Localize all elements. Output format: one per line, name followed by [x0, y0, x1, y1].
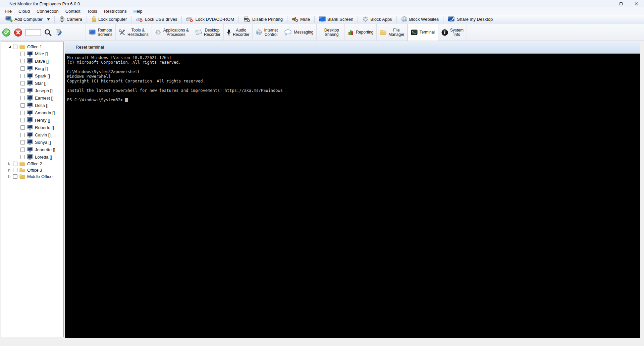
- tree-group-office-3[interactable]: Office 3: [1, 167, 63, 173]
- tab-label: DesktopRecorder: [204, 28, 220, 37]
- menu-item-cloud[interactable]: Cloud: [15, 8, 33, 14]
- toolbar-button-block-apps[interactable]: Block Apps: [360, 15, 394, 23]
- tree-item-henry[interactable]: Henry []: [1, 116, 63, 124]
- toolbar-separator: [238, 16, 239, 23]
- tree-checkbox[interactable]: [20, 140, 25, 145]
- log-button[interactable]: [55, 29, 62, 36]
- tree-checkbox[interactable]: [20, 52, 25, 56]
- toolbar-button-block-websites[interactable]: Block Websites: [398, 15, 442, 23]
- tab-internet-control[interactable]: InternetControl: [252, 24, 281, 41]
- toolbar-separator: [396, 16, 397, 23]
- toolbar-button-add-computer[interactable]: Add Computer: [3, 15, 53, 23]
- tree-group-office-1[interactable]: Office 1: [1, 44, 63, 50]
- tree-checkbox[interactable]: [20, 125, 25, 130]
- tree-item-calvin[interactable]: Calvin []: [1, 131, 63, 138]
- system-info-icon: [441, 29, 448, 36]
- tree-item-mike[interactable]: Mike []: [1, 50, 63, 57]
- tab-audio-recorder[interactable]: AudioRecorder: [223, 24, 252, 41]
- menu-item-file[interactable]: File: [1, 8, 15, 14]
- tree-item-dave[interactable]: Dave []: [1, 57, 63, 65]
- toolbar-button-disable-printing[interactable]: Disable Printing: [240, 16, 285, 23]
- terminal-line: [67, 65, 640, 69]
- tree-item-sonya[interactable]: Sonya []: [1, 138, 63, 146]
- tree-item-label: Star []: [35, 81, 47, 86]
- tab-tools-restrictions[interactable]: Tools &Restrictions: [115, 24, 152, 41]
- tree-item-amanda[interactable]: Amanda []: [1, 109, 63, 116]
- tree-item-label: Henry []: [35, 118, 50, 123]
- reset-terminal-button[interactable]: Reset terminal: [73, 44, 107, 51]
- tab-remote-screens[interactable]: RemoteScreens: [86, 24, 115, 41]
- connect-button[interactable]: [2, 28, 11, 37]
- terminal-line: Microsoft Windows [Version 10.0.22621.12…: [67, 55, 640, 60]
- tree-item-joseph[interactable]: Joseph []: [1, 87, 63, 94]
- tree-checkbox[interactable]: [20, 111, 25, 115]
- terminal-icon: [411, 30, 418, 36]
- tree-checkbox[interactable]: [13, 162, 17, 166]
- collapsed-twisty-icon[interactable]: [8, 162, 11, 166]
- tab-desktop-sharing[interactable]: DesktopSharing: [316, 24, 344, 41]
- close-button[interactable]: [629, 0, 644, 7]
- menu-item-help[interactable]: Help: [130, 8, 146, 14]
- tab-system-info[interactable]: SystemInfo: [438, 24, 467, 41]
- menu-item-restrictions[interactable]: Restrictions: [101, 8, 130, 14]
- tree-checkbox[interactable]: [20, 155, 25, 159]
- tree-checkbox[interactable]: [20, 118, 25, 122]
- collapsed-twisty-icon[interactable]: [8, 169, 11, 172]
- tree-item-jeanette[interactable]: Jeanette []: [1, 146, 63, 153]
- menu-item-connection[interactable]: Connection: [33, 8, 62, 14]
- tree-checkbox[interactable]: [20, 148, 25, 152]
- minimize-button[interactable]: [598, 0, 613, 7]
- tree-item-earnest[interactable]: Earnest []: [1, 94, 63, 102]
- tree-item-borg[interactable]: Borg []: [1, 65, 63, 72]
- tree-checkbox[interactable]: [20, 59, 25, 63]
- menu-item-context[interactable]: Context: [62, 8, 84, 14]
- toolbar-button-lock-computer[interactable]: Lock computer: [89, 15, 129, 23]
- toolbar-button-blank-screen[interactable]: Blank Screen: [316, 16, 356, 23]
- toolbar-button-camera[interactable]: Camera: [56, 15, 85, 23]
- terminal-output[interactable]: Microsoft Windows [Version 10.0.22621.12…: [65, 54, 640, 338]
- tree-checkbox[interactable]: [13, 174, 17, 179]
- tree-checkbox[interactable]: [20, 66, 25, 71]
- tab-terminal[interactable]: Terminal: [408, 24, 438, 41]
- tree-item-della[interactable]: Della []: [1, 102, 63, 109]
- menu-item-tools[interactable]: Tools: [84, 8, 101, 14]
- dropdown-arrow-icon[interactable]: [47, 18, 50, 20]
- tab-label: Terminal: [420, 30, 435, 35]
- tree-group-label: Middle Office: [27, 174, 53, 179]
- tree-item-loretta[interactable]: Loretta []: [1, 153, 63, 161]
- tree-checkbox[interactable]: [20, 96, 25, 100]
- tab-file-manager[interactable]: FileManager: [376, 24, 407, 41]
- toolbar-button-lock-usb-drives[interactable]: Lock USB drives: [133, 16, 180, 23]
- disconnect-button[interactable]: [14, 28, 22, 37]
- folder-icon: [19, 168, 25, 173]
- tree-checkbox[interactable]: [20, 133, 25, 137]
- tree-item-roberto[interactable]: Roberto []: [1, 124, 63, 131]
- tree-item-spark[interactable]: Spark []: [1, 72, 63, 79]
- tree-checkbox[interactable]: [13, 168, 17, 172]
- computer-icon: [27, 95, 33, 101]
- search-button[interactable]: [44, 28, 52, 37]
- tab-applications-processes[interactable]: Applications &Processes: [152, 24, 192, 41]
- tree-checkbox[interactable]: [13, 45, 17, 49]
- search-input[interactable]: [25, 29, 41, 36]
- tree-checkbox[interactable]: [20, 74, 25, 78]
- tab-reporting[interactable]: Reporting: [344, 24, 376, 41]
- collapsed-twisty-icon[interactable]: [8, 175, 11, 178]
- toolbar-button-share-my-desktop[interactable]: Share my Desktop: [445, 16, 495, 23]
- disable-printing-icon: [243, 16, 251, 22]
- tab-desktop-recorder[interactable]: DesktopRecorder: [192, 24, 223, 41]
- tree-group-middle-office[interactable]: Middle Office: [1, 173, 63, 180]
- tree-checkbox[interactable]: [20, 81, 25, 85]
- tree-item-star[interactable]: Star []: [1, 79, 63, 87]
- toolbar-button-lock-dvd-cd-rom[interactable]: Lock DVD/CD-ROM: [183, 16, 237, 23]
- terminal-line: Copyright (C) Microsoft Corporation. All…: [67, 79, 640, 83]
- maximize-button[interactable]: [613, 0, 629, 7]
- tab-messaging[interactable]: Messaging: [281, 24, 316, 41]
- tree-group-office-2[interactable]: Office 2: [1, 161, 63, 167]
- toolbar-button-mute[interactable]: Mute: [289, 16, 313, 23]
- tab-label: RemoteScreens: [98, 28, 112, 37]
- tree-checkbox[interactable]: [20, 89, 25, 93]
- menu-bar: FileCloudConnectionContextToolsRestricti…: [0, 7, 644, 15]
- expanded-twisty-icon[interactable]: [8, 45, 11, 49]
- tree-checkbox[interactable]: [20, 103, 25, 108]
